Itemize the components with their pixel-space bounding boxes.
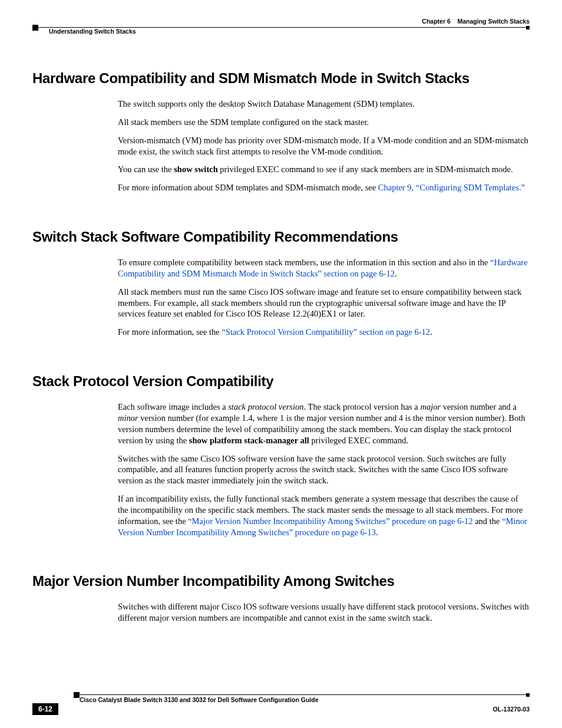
page-container: Chapter 6 Managing Switch Stacks Underst… bbox=[0, 0, 562, 728]
heading-stack-protocol: Stack Protocol Version Compatibility bbox=[32, 373, 530, 390]
command-text: show switch bbox=[174, 164, 218, 174]
section-stack-protocol: Each software image includes a stack pro… bbox=[118, 401, 530, 538]
heading-major-version: Major Version Number Incompatibility Amo… bbox=[32, 573, 530, 589]
paragraph: The switch supports only the desktop Swi… bbox=[118, 98, 530, 110]
paragraph: Switches with the same Cisco IOS softwar… bbox=[118, 453, 530, 487]
paragraph: To ensure complete compatibility between… bbox=[118, 257, 530, 279]
term: minor bbox=[118, 413, 138, 423]
paragraph: All stack members use the SDM template c… bbox=[118, 117, 530, 128]
paragraph: If an incompatibility exists, the fully … bbox=[118, 493, 530, 538]
footer-guide-title: Cisco Catalyst Blade Switch 3130 and 303… bbox=[80, 696, 530, 703]
link-configuring-sdm[interactable]: Chapter 9, “Configuring SDM Templates.” bbox=[378, 183, 525, 192]
paragraph: Version-mismatch (VM) mode has priority … bbox=[118, 135, 530, 157]
section-major-version: Switches with different major Cisco IOS … bbox=[118, 601, 530, 624]
paragraph: Each software image includes a stack pro… bbox=[118, 401, 530, 446]
link-major-version-procedure[interactable]: “Major Version Number Incompatibility Am… bbox=[188, 516, 472, 526]
chapter-title: Managing Switch Stacks bbox=[457, 18, 530, 25]
term: stack protocol version bbox=[228, 402, 303, 411]
page-footer: Cisco Catalyst Blade Switch 3130 and 303… bbox=[32, 694, 530, 715]
paragraph: For more information about SDM templates… bbox=[118, 182, 530, 193]
heading-hardware-compat: Hardware Compatibility and SDM Mismatch … bbox=[32, 70, 530, 87]
page-number: 6-12 bbox=[32, 703, 58, 715]
paragraph: All stack members must run the same Cisc… bbox=[118, 286, 530, 320]
term: major bbox=[420, 402, 441, 411]
link-stack-protocol-section[interactable]: “Stack Protocol Version Compatibility” s… bbox=[222, 327, 430, 337]
page-header: Chapter 6 Managing Switch Stacks bbox=[32, 18, 530, 25]
footer-rule bbox=[74, 694, 530, 695]
paragraph: Switches with different major Cisco IOS … bbox=[118, 601, 530, 624]
command-text: show platform stack-manager all bbox=[189, 436, 309, 445]
document-id: OL-13270-03 bbox=[493, 706, 530, 713]
header-rule bbox=[32, 27, 530, 28]
paragraph: You can use the show switch privileged E… bbox=[118, 164, 530, 175]
section-hardware-compat: The switch supports only the desktop Swi… bbox=[118, 98, 530, 193]
paragraph: For more information, see the “Stack Pro… bbox=[118, 327, 530, 338]
heading-software-compat: Switch Stack Software Compatibility Reco… bbox=[32, 229, 530, 245]
header-right: Chapter 6 Managing Switch Stacks bbox=[422, 18, 530, 25]
header-left: Understanding Switch Stacks bbox=[32, 28, 530, 35]
chapter-number: Chapter 6 bbox=[422, 18, 450, 25]
section-software-compat: To ensure complete compatibility between… bbox=[118, 257, 530, 338]
